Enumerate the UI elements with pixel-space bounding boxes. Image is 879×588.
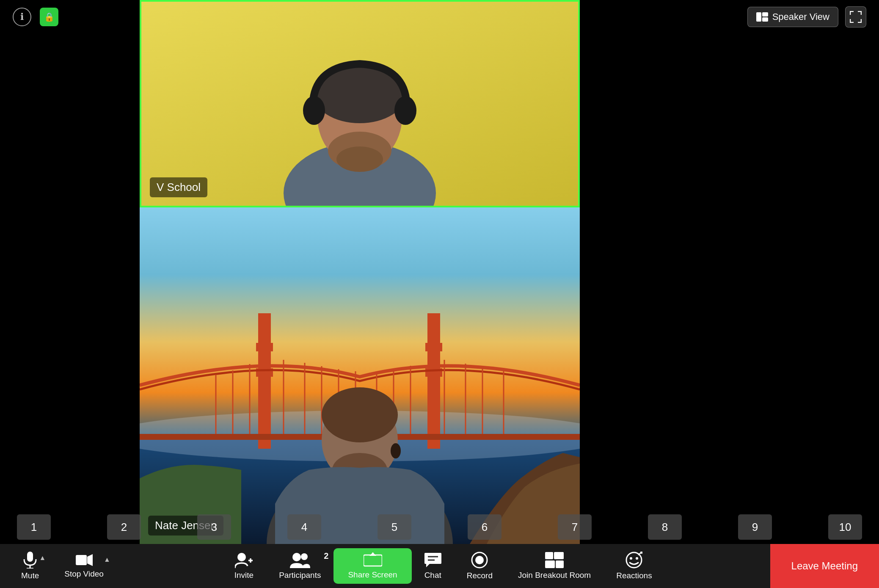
- record-label: Record: [467, 571, 493, 580]
- toolbar-right: Leave Meeting: [770, 544, 879, 588]
- share-screen-button[interactable]: Share Screen: [333, 548, 411, 584]
- svg-rect-60: [556, 560, 564, 568]
- stop-video-label: Stop Video: [64, 569, 104, 579]
- svg-point-62: [630, 557, 632, 560]
- mute-button[interactable]: Mute ▲: [8, 547, 52, 585]
- svg-rect-0: [756, 12, 761, 22]
- join-breakout-room-button[interactable]: Join Breakout Room: [505, 548, 603, 584]
- svg-point-7: [394, 96, 416, 125]
- svg-rect-13: [258, 313, 271, 449]
- fullscreen-icon: [850, 11, 862, 23]
- tile-6: 6: [468, 514, 501, 540]
- svg-rect-17: [425, 343, 442, 351]
- speaker-view-label: Speaker View: [772, 11, 829, 22]
- invite-button[interactable]: Invite: [222, 548, 266, 584]
- svg-point-48: [292, 553, 301, 561]
- share-screen-label: Share Screen: [348, 570, 397, 580]
- svg-rect-1: [762, 12, 768, 17]
- svg-rect-50: [364, 555, 382, 566]
- tile-9: 9: [738, 514, 772, 540]
- participants-badge: 2: [324, 551, 328, 561]
- svg-rect-59: [545, 560, 555, 568]
- speaker-view-button[interactable]: Speaker View: [747, 7, 838, 27]
- tile-1: 1: [17, 514, 51, 540]
- svg-point-49: [301, 553, 308, 560]
- tile-3: 3: [197, 514, 231, 540]
- stop-video-button[interactable]: Stop Video ▲: [52, 549, 116, 583]
- invite-label: Invite: [234, 571, 254, 580]
- chat-button[interactable]: Chat: [412, 548, 454, 584]
- tile-10: 10: [828, 514, 862, 540]
- reactions-icon: [625, 552, 642, 569]
- person-top-silhouette: [275, 24, 444, 207]
- invite-icon: [235, 552, 253, 568]
- svg-rect-14: [256, 343, 273, 351]
- video-bottom-nate: Nate Jensen: [140, 207, 580, 544]
- tile-2: 2: [107, 514, 141, 540]
- share-screen-icon: [364, 552, 382, 568]
- svg-marker-44: [87, 554, 93, 566]
- svg-point-63: [636, 557, 638, 560]
- leave-meeting-button[interactable]: Leave Meeting: [770, 544, 879, 588]
- reactions-label: Reactions: [616, 571, 652, 580]
- mute-icon: [22, 552, 38, 569]
- stop-video-caret[interactable]: ▲: [104, 556, 110, 563]
- participants-label: Participants: [279, 571, 321, 580]
- top-left-icons: ℹ 🔒: [13, 8, 58, 26]
- tile-4: 4: [287, 514, 321, 540]
- fullscreen-button[interactable]: [845, 6, 866, 28]
- participants-icon: [290, 552, 310, 568]
- speaker-view-icon: [756, 12, 768, 22]
- svg-rect-2: [762, 17, 768, 22]
- breakout-room-icon: [545, 552, 564, 568]
- toolbar: Mute ▲ Stop Video ▲: [0, 544, 879, 588]
- reactions-button[interactable]: Reactions: [603, 547, 665, 585]
- info-icon[interactable]: ℹ: [13, 8, 31, 26]
- record-button[interactable]: Record: [454, 547, 505, 585]
- svg-marker-52: [369, 552, 376, 556]
- participants-button[interactable]: Participants 2: [266, 548, 333, 584]
- tile-8: 8: [648, 514, 682, 540]
- toolbar-left: Mute ▲ Stop Video ▲: [0, 547, 116, 585]
- stop-video-icon: [76, 553, 93, 567]
- svg-point-39: [391, 443, 401, 458]
- toolbar-center: Invite Participants 2: [116, 547, 770, 585]
- record-icon: [471, 552, 488, 569]
- svg-point-6: [303, 96, 325, 125]
- svg-point-37: [322, 387, 398, 442]
- golden-gate-bridge: [140, 207, 580, 544]
- top-bar: ℹ 🔒 Speaker View: [0, 0, 879, 34]
- leave-meeting-label: Leave Meeting: [791, 560, 858, 572]
- svg-point-45: [237, 553, 246, 561]
- svg-point-56: [475, 556, 484, 564]
- svg-rect-57: [545, 552, 553, 559]
- svg-rect-43: [76, 555, 87, 565]
- mute-label: Mute: [21, 571, 39, 580]
- svg-rect-40: [27, 552, 33, 562]
- number-tiles-row: 1 2 3 4 5 6 7 8 9 10: [0, 510, 879, 544]
- svg-rect-16: [427, 313, 440, 449]
- chat-label: Chat: [424, 571, 441, 580]
- vschool-label: V School: [150, 177, 207, 197]
- chat-icon: [424, 552, 441, 568]
- svg-rect-58: [554, 552, 564, 559]
- top-right: Speaker View: [747, 6, 866, 28]
- mute-caret[interactable]: ▲: [39, 554, 46, 562]
- lock-icon[interactable]: 🔒: [40, 8, 58, 26]
- join-breakout-room-label: Join Breakout Room: [518, 571, 591, 580]
- tile-7: 7: [558, 514, 592, 540]
- video-container: V School: [140, 0, 580, 544]
- svg-point-9: [336, 146, 383, 172]
- tile-5: 5: [378, 514, 411, 540]
